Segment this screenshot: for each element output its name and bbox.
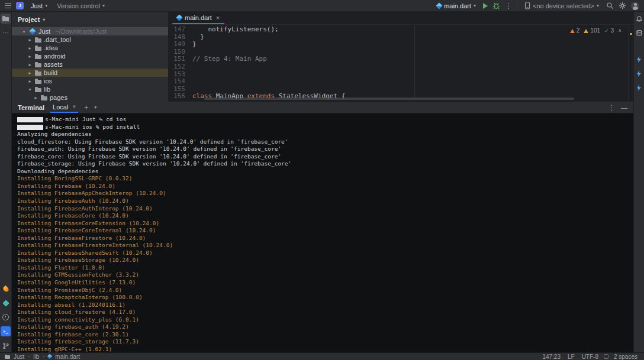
flutter-inspector-button[interactable]: [634, 83, 644, 93]
code-area[interactable]: 147 notifyListeners(); 148 } 149: [169, 25, 633, 102]
devtools-tool-window-button[interactable]: [1, 298, 11, 308]
tree-row[interactable]: .idea: [12, 44, 168, 52]
tree-row[interactable]: lib: [12, 85, 168, 93]
terminal-tab[interactable]: Local ×: [50, 102, 78, 113]
editor-tab[interactable]: main.dart ×: [172, 12, 224, 24]
warning-mark[interactable]: [630, 33, 632, 35]
errors-badge[interactable]: 2: [570, 27, 580, 35]
ellipsis-icon: ⋯: [2, 30, 9, 36]
tree-item-label: build: [44, 69, 57, 76]
terminal-line: Installing cloud_firestore (4.17.0): [17, 309, 633, 316]
warnings-badge[interactable]: 101: [584, 27, 600, 35]
device-selector[interactable]: <no device selected> ▾: [522, 1, 601, 10]
settings-gear-icon[interactable]: [619, 2, 626, 9]
expand-chevron-icon[interactable]: [21, 29, 27, 34]
profile-avatar[interactable]: [631, 2, 639, 10]
close-tab-icon[interactable]: ×: [72, 103, 76, 110]
terminal-line: Downloading dependencies: [17, 168, 633, 176]
terminal-line-text: Installing gRPC-C++ (1.62.1): [17, 346, 112, 352]
terminal-line: Installing FirebaseSharedSwift (10.24.0): [17, 249, 633, 257]
terminal-line-text: Installing FirebaseStorage (10.24.0): [17, 257, 139, 263]
tree-row[interactable]: ios: [12, 77, 168, 85]
tree-row[interactable]: .dart_tool: [12, 35, 168, 44]
more-tool-windows-button[interactable]: ⋯: [1, 28, 11, 38]
terminal-line: Analyzing dependencies: [17, 131, 633, 138]
firebase-tool-window-button[interactable]: [1, 284, 11, 294]
breadcrumb-lib[interactable]: lib: [33, 353, 39, 360]
terminal-line: Installing Firebase (10.24.0): [17, 183, 633, 190]
expand-chevron-icon[interactable]: [27, 37, 33, 43]
expand-chevron-icon[interactable]: [27, 62, 33, 67]
code-line: 147 notifyListeners();: [169, 26, 633, 34]
search-icon[interactable]: [606, 2, 614, 9]
breadcrumb-project[interactable]: Just: [14, 353, 24, 360]
caret-position[interactable]: 147:23: [540, 353, 562, 360]
project-selector[interactable]: Just ▾: [28, 2, 50, 10]
main-menu-icon[interactable]: [5, 3, 11, 8]
expand-chevron-icon[interactable]: [27, 79, 33, 84]
expand-chevron-icon[interactable]: [27, 54, 33, 59]
terminal-line-text: Installing Firebase (10.24.0): [17, 183, 115, 189]
terminal-line-text: Installing FirebaseFirestoreInternal (10…: [17, 242, 173, 248]
breadcrumb-file[interactable]: main.dart: [55, 353, 80, 360]
version-control-tool-window-button[interactable]: [1, 340, 11, 351]
expand-chevron-icon[interactable]: [27, 46, 33, 51]
warning-icon: [584, 29, 588, 33]
horizontal-scrollbar[interactable]: [204, 98, 574, 100]
tree-row[interactable]: assets: [12, 60, 168, 69]
notifications-button[interactable]: [634, 14, 644, 24]
folder-icon: [2, 16, 9, 21]
terminal-tool-window-button[interactable]: >_: [1, 326, 11, 336]
history-tool-window-button[interactable]: [1, 312, 11, 322]
hide-tool-window-icon[interactable]: —: [621, 104, 627, 111]
tree-row[interactable]: Just ~/Downloads/Just: [12, 27, 168, 35]
close-tab-icon[interactable]: ×: [216, 14, 220, 21]
terminal-more-icon[interactable]: ⋮: [608, 104, 615, 111]
project-tool-window-button[interactable]: [1, 14, 11, 24]
ok-badge[interactable]: ✓3: [604, 27, 614, 35]
terminal-tab-options-icon[interactable]: ▾: [94, 105, 96, 110]
project-tree: Just ~/Downloads/Just .dart_tool: [12, 27, 168, 102]
upper-area: Project ▾ Just ~/Downloads/Just: [12, 12, 633, 102]
editor: main.dart × 147 notifyListeners();: [169, 12, 633, 102]
vcs-widget[interactable]: Version control ▾: [54, 2, 107, 10]
indent-setting[interactable]: 2 spaces: [612, 353, 639, 360]
expand-chevron-icon[interactable]: [27, 87, 33, 92]
tree-item-icon: [35, 61, 41, 67]
tree-item-icon: [41, 95, 47, 100]
terminal-output[interactable]: s-Mac-mini Just % cd ios s-Mac-mini ios …: [12, 113, 633, 352]
tree-item-label: .idea: [44, 44, 58, 51]
project-panel-header[interactable]: Project ▾: [12, 12, 168, 27]
flutter-outline-button[interactable]: [634, 54, 644, 64]
terminal-header: Terminal Local × + ▾ ⋮ —: [12, 102, 633, 113]
tree-row[interactable]: android: [12, 52, 168, 60]
new-terminal-tab-button[interactable]: +: [84, 103, 88, 112]
terminal-line-text: Installing FirebaseCore (10.24.0): [17, 212, 129, 219]
analysis-stripe[interactable]: [628, 25, 633, 102]
more-actions-icon[interactable]: ⋮: [505, 2, 512, 9]
terminal-line-text: s-Mac-mini Just % cd ios: [45, 116, 126, 122]
run-configuration-selector[interactable]: main.dart ▾: [434, 2, 478, 10]
terminal-line: Installing FirebaseAppCheckInterop (10.2…: [17, 190, 633, 197]
expand-chevron-icon[interactable]: [27, 70, 33, 76]
build-tool-window-button[interactable]: [634, 28, 644, 38]
debug-button[interactable]: [492, 2, 500, 9]
terminal-line: Installing firebase_auth (4.19.2): [17, 323, 633, 331]
tree-item-icon: [35, 45, 41, 51]
terminal-line-text: Installing firebase_storage (11.7.3): [17, 338, 139, 345]
flutter-performance-button[interactable]: [634, 69, 644, 79]
tree-item-label: lib: [44, 86, 50, 93]
inspections-widget[interactable]: 2 101 ✓3 ∧: [570, 27, 622, 35]
prev-problem-icon[interactable]: ∧: [618, 27, 622, 35]
tree-row[interactable]: pages: [12, 93, 168, 102]
file-encoding[interactable]: UTF-8: [580, 353, 600, 360]
line-separator[interactable]: LF: [566, 353, 577, 360]
terminal-line-text: Installing FirebaseFirestore (10.24.0): [17, 235, 146, 241]
run-button[interactable]: [483, 3, 488, 9]
tree-item-label: .dart_tool: [44, 36, 71, 43]
terminal-line: Installing connectivity_plus (6.0.1): [17, 316, 633, 324]
terminal-title[interactable]: Terminal: [18, 104, 44, 111]
expand-chevron-icon[interactable]: [33, 95, 38, 100]
tree-row[interactable]: build: [12, 69, 168, 77]
terminal-line-text: Installing firebase_auth (4.19.2): [17, 323, 129, 330]
